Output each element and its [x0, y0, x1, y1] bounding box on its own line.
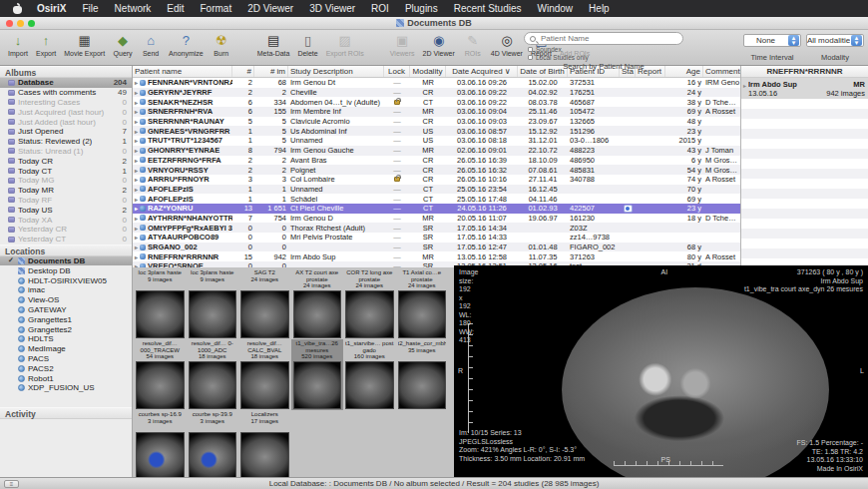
series-thumbnail[interactable]: Localizers17 images: [238, 410, 291, 481]
sidebar-item-desktop-db[interactable]: Desktop DB: [0, 265, 132, 275]
disclosure-triangle-icon[interactable]: ▸: [135, 234, 138, 241]
sidebar-item-hdlt-osirixview05[interactable]: HDLT-OSIRIXVIEW05: [0, 275, 132, 285]
disclosure-triangle-icon[interactable]: ▸: [135, 137, 138, 144]
series-thumbnail[interactable]: T1 Axial co…e prostate24 images: [396, 268, 449, 339]
menu-item-plugins[interactable]: Plugins: [397, 3, 446, 14]
series-thumbnail[interactable]: resolve_dif…CALC_BVAL18 images: [238, 339, 291, 410]
toolbar-delete-button[interactable]: ▯Delete: [293, 32, 321, 57]
table-row[interactable]: ▸RNEFFRN*RRRNNR15942Irm Abdo Sup—MR13.05…: [133, 251, 740, 261]
sidebar-item-today-ct[interactable]: Today CT1: [0, 166, 132, 176]
local-studies-checkbox[interactable]: [528, 55, 533, 60]
sidebar-item-hdlts[interactable]: HDLTS: [0, 334, 132, 344]
sidebar-item-today-mr[interactable]: Today MR2: [0, 186, 132, 196]
sidebar-item-cases-with-comments[interactable]: Cases with comments49: [0, 88, 132, 98]
table-row[interactable]: ▸RAZ*YONRU131 651Ct Pied Cheville—CT24.0…: [133, 204, 740, 214]
sidebar-item-today-cr[interactable]: Today CR2: [0, 156, 132, 166]
table-row[interactable]: ▸ARRRU*FRNOYR33Col LombaireCR26.05.16 10…: [133, 175, 740, 185]
table-row[interactable]: ▸AYTHRRN*NHANYOTTR7754Irm Genou D—MR20.0…: [133, 214, 740, 224]
series-thumbnail[interactable]: t1_vibe_tra…26 mesures520 images: [291, 339, 344, 410]
disclosure-triangle-icon[interactable]: ▸: [135, 244, 138, 250]
sidebar-item-imac[interactable]: imac: [0, 285, 132, 295]
menu-item-roi[interactable]: ROI: [363, 3, 397, 14]
disclosure-triangle-icon[interactable]: ▸: [135, 128, 138, 135]
sidebar-item-grangettes2[interactable]: Grangettes2: [0, 324, 132, 334]
toolbar-export-button[interactable]: ↑Export: [32, 32, 60, 57]
series-thumbnail[interactable]: AX T2 court axe prostate24 images: [291, 268, 344, 339]
menu-item-help[interactable]: Help: [581, 3, 618, 14]
series-thumbnail[interactable]: courbe sp-39.93 images: [187, 410, 239, 481]
disclosure-triangle-icon[interactable]: ▸: [135, 186, 138, 193]
series-thumbnail[interactable]: COR T2 long axe prostate24 images: [343, 268, 396, 339]
table-row[interactable]: ▸GERYRN*JEYRRF22Cheville—CR03.06.16 09:2…: [133, 88, 740, 98]
disclosure-triangle-icon[interactable]: ▸: [135, 79, 138, 86]
table-row[interactable]: ▸OMtYPFPFg*RxAEBYI 3^^^00Thorax Rtchest …: [133, 223, 740, 233]
series-thumbnail[interactable]: resolve_dif… 000_TRACEW54 images: [134, 339, 187, 410]
sidebar-item-medimage[interactable]: MedImage: [0, 344, 132, 354]
menu-item-recent-studies[interactable]: Recent Studies: [446, 3, 530, 14]
table-row[interactable]: ▸AFOFLEPzIS11Unnamed—CT25.05.16 23:5416.…: [133, 185, 740, 195]
disclosure-triangle-icon[interactable]: ▸: [135, 147, 138, 154]
sidebar-item-today-us[interactable]: Today US2: [0, 205, 132, 215]
disclosure-triangle-icon[interactable]: ▸: [135, 253, 138, 260]
table-row[interactable]: ▸FENNRANR*VRNTONRA268Irm Genou Dt—MR03.0…: [133, 78, 740, 88]
disclosure-triangle-icon[interactable]: ▸: [135, 118, 138, 125]
sidebar-item-gateway[interactable]: GATEWAY: [0, 305, 132, 315]
sidebar-item-just-added-last-hour[interactable]: Just Added (last hour)0: [0, 117, 132, 127]
menu-item-network[interactable]: Network: [107, 3, 160, 14]
location-checkbox[interactable]: ✓: [8, 256, 15, 264]
column-header-date-acquired[interactable]: Date Acquired ∨: [446, 66, 518, 77]
disclosure-triangle-icon[interactable]: ▸: [135, 108, 138, 115]
column-header-patient-name[interactable]: Patient name: [133, 66, 232, 77]
disclosure-triangle-icon[interactable]: ▸: [135, 167, 138, 174]
series-thumbnail[interactable]: t1_starvibe… post gado160 images: [343, 339, 396, 410]
table-row[interactable]: ▸TRUT*TRUT*123456715Unnamed—US03.06.16 0…: [133, 136, 740, 146]
toolbar-2d-viewer-button[interactable]: ◉2D Viewer: [419, 32, 459, 57]
column-header-study-description[interactable]: Study Description: [288, 66, 384, 77]
table-row[interactable]: ▸AFOFLEPzIS11Schädel—CT25.05.16 17:4804.…: [133, 194, 740, 204]
disclosure-triangle-icon[interactable]: ▸: [135, 99, 138, 106]
column-header-comments[interactable]: Comments: [703, 66, 740, 77]
sidebar-item-today-xa[interactable]: Today XA0: [0, 215, 132, 225]
sidebar-item-database[interactable]: Database204: [0, 78, 132, 88]
status-bar-button[interactable]: ≡: [4, 480, 19, 488]
disclosure-triangle-icon[interactable]: ▸: [135, 176, 138, 183]
sidebar-item-status-reviewed-2[interactable]: Status: Reviewed (2)1: [0, 137, 132, 147]
menu-item-edit[interactable]: Edit: [159, 3, 192, 14]
menu-item-2d-viewer[interactable]: 2D Viewer: [239, 3, 301, 14]
sidebar-item-just-acquired-last-hour[interactable]: Just Acquired (last hour)0: [0, 107, 132, 117]
sidebar-item-interesting-cases[interactable]: Interesting Cases0: [0, 98, 132, 108]
disclosure-triangle-icon[interactable]: ▸: [135, 215, 138, 222]
sidebar-item-documents-db[interactable]: ✓Documents DB: [0, 256, 132, 266]
menu-item-window[interactable]: Window: [530, 3, 582, 14]
disclosure-triangle-icon[interactable]: ▸: [743, 82, 746, 98]
menu-item-3d-viewer[interactable]: 3D Viewer: [301, 3, 363, 14]
apple-menu-icon[interactable]: [12, 3, 23, 14]
disclosure-triangle-icon[interactable]: ▸: [135, 225, 138, 232]
patient-name-search[interactable]: [524, 32, 683, 45]
sidebar-item-pacs[interactable]: PACS: [0, 354, 132, 364]
column-header-[interactable]: #: [232, 66, 254, 77]
toolbar-burn-button[interactable]: ☢Burn: [208, 32, 235, 57]
table-row[interactable]: ▸ATYAAURPOBCO8900Mri Pelvis Prostate—SR1…: [133, 233, 740, 243]
time-interval-dropdown[interactable]: None ▲▼: [743, 34, 801, 47]
series-thumbnail[interactable]: courbes sp-16.93 images: [134, 410, 187, 481]
study-panel-entry[interactable]: ▸Irm Abdo Sup13.05.16MR942 images: [741, 78, 868, 99]
sidebar-item-robot1[interactable]: Robot1: [0, 373, 132, 383]
sidebar-item-just-opened[interactable]: Just Opened7: [0, 127, 132, 137]
toolbar-4d-viewer-button[interactable]: ◎4D Viewer: [487, 32, 527, 57]
sidebar-item-xdp-fusion-us[interactable]: XDP_FUSION_US: [0, 383, 132, 393]
sidebar-item-yesterday-cr[interactable]: Yesterday CR0: [0, 225, 132, 235]
toolbar-send-button[interactable]: ⌂Send: [137, 32, 165, 57]
sidebar-item-grangettes1[interactable]: Grangettes1: [0, 314, 132, 324]
series-thumbnail[interactable]: t2_haste_cor_mbh35 images: [396, 339, 449, 410]
column-header-lock[interactable]: Lock: [384, 66, 410, 77]
disclosure-triangle-icon[interactable]: ▸: [135, 157, 138, 164]
soundex-checkbox[interactable]: [528, 47, 533, 52]
table-row[interactable]: ▸VRNYORU*RSSY22Poignet—CR26.05.16 16:320…: [133, 165, 740, 175]
table-row[interactable]: ▸GNREAES*VRNGRFRR15Us Abdominal Inf—US03…: [133, 126, 740, 136]
disclosure-triangle-icon[interactable]: ▸: [135, 205, 138, 212]
menu-item-format[interactable]: Format: [193, 3, 240, 14]
search-input[interactable]: [539, 33, 677, 44]
table-row[interactable]: ▸SRGANO_00200—SR17.05.16 12:4701.01.48FI…: [133, 243, 740, 252]
disclosure-triangle-icon[interactable]: ▸: [135, 196, 138, 203]
